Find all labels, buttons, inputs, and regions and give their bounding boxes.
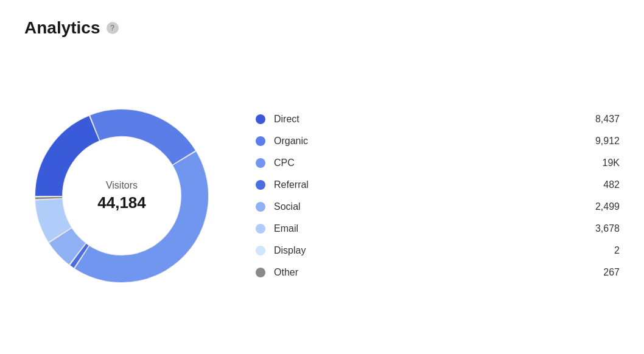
analytics-page: Analytics ? Visitors 44,184 Direct8,437O…	[0, 0, 644, 354]
legend-item-value: 2,499	[583, 201, 620, 212]
help-icon[interactable]: ?	[107, 22, 119, 34]
legend-dot	[256, 268, 265, 277]
legend-dot	[256, 224, 265, 234]
legend-dot	[256, 114, 265, 124]
visitors-value: 44,184	[97, 193, 146, 212]
legend-dot	[256, 136, 265, 146]
donut-chart: Visitors 44,184	[24, 99, 219, 293]
legend-dot	[256, 180, 265, 190]
list-item: Direct8,437	[256, 114, 620, 125]
legend-dot	[256, 202, 265, 212]
legend-dot	[256, 246, 265, 255]
list-item: Organic9,912	[256, 136, 620, 147]
legend-item-value: 267	[583, 267, 620, 278]
page-header: Analytics ?	[24, 18, 620, 38]
list-item: CPC19K	[256, 158, 620, 168]
legend-item-value: 9,912	[583, 136, 620, 147]
chart-legend: Direct8,437Organic9,912CPC19KReferral482…	[256, 114, 620, 278]
legend-item-name: Organic	[274, 136, 575, 147]
list-item: Email3,678	[256, 223, 620, 234]
visitors-label: Visitors	[97, 180, 146, 191]
legend-item-value: 3,678	[583, 223, 620, 234]
legend-item-value: 2	[583, 245, 620, 256]
legend-item-name: Email	[274, 223, 575, 234]
legend-item-name: CPC	[274, 158, 575, 168]
legend-item-value: 482	[583, 179, 620, 190]
legend-item-name: Display	[274, 245, 575, 256]
legend-item-value: 8,437	[583, 114, 620, 125]
chart-center-label: Visitors 44,184	[97, 180, 146, 212]
legend-dot	[256, 158, 265, 168]
list-item: Referral482	[256, 179, 620, 190]
list-item: Other267	[256, 267, 620, 278]
main-content: Visitors 44,184 Direct8,437Organic9,912C…	[24, 56, 620, 336]
page-title: Analytics	[24, 18, 100, 38]
legend-item-name: Other	[274, 267, 575, 278]
legend-item-name: Direct	[274, 114, 575, 125]
list-item: Display2	[256, 245, 620, 256]
legend-item-name: Referral	[274, 179, 575, 190]
list-item: Social2,499	[256, 201, 620, 212]
legend-item-value: 19K	[583, 158, 620, 168]
legend-item-name: Social	[274, 201, 575, 212]
